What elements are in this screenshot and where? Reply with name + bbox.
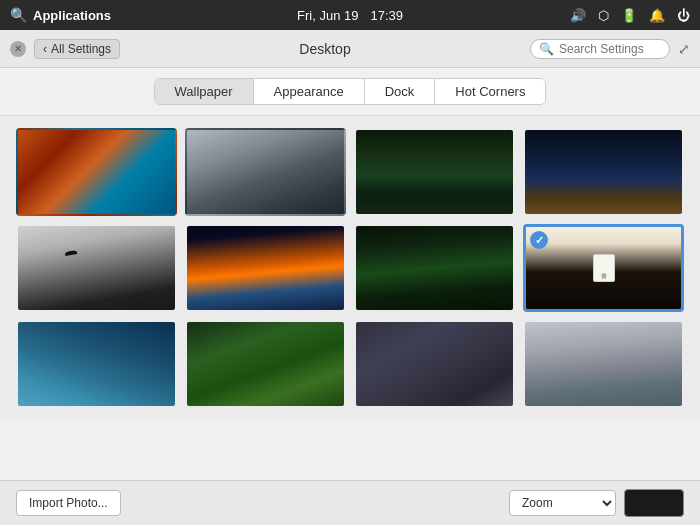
search-input[interactable]: [559, 42, 661, 56]
power-icon[interactable]: ⏻: [677, 8, 690, 23]
expand-icon[interactable]: ⤢: [678, 41, 690, 57]
bottom-bar: Import Photo... Zoom Fill Screen Fit to …: [0, 480, 700, 525]
tab-hot-corners[interactable]: Hot Corners: [435, 79, 545, 104]
tab-dock[interactable]: Dock: [365, 79, 436, 104]
wallpaper-item[interactable]: [185, 320, 346, 408]
selected-checkmark: ✓: [530, 231, 548, 249]
search-icon: 🔍: [539, 42, 554, 56]
wallpaper-item[interactable]: [354, 224, 515, 312]
main-content: Wallpaper Appearance Dock Hot Corners: [0, 68, 700, 525]
wallpaper-item[interactable]: [185, 128, 346, 216]
speaker-icon: 🔊: [570, 8, 586, 23]
app-label: Applications: [33, 8, 111, 23]
system-top-bar: 🔍 Applications Fri, Jun 19 17:39 🔊 ⬡ 🔋 🔔…: [0, 0, 700, 30]
color-preview[interactable]: [624, 489, 684, 517]
import-photo-button[interactable]: Import Photo...: [16, 490, 121, 516]
wallpaper-item[interactable]: [185, 224, 346, 312]
tab-bar: Wallpaper Appearance Dock Hot Corners: [0, 68, 700, 116]
zoom-select[interactable]: Zoom Fill Screen Fit to Screen Stretch C…: [509, 490, 616, 516]
wallpaper-item[interactable]: [523, 320, 684, 408]
close-button[interactable]: ✕: [10, 41, 26, 57]
bottom-right: Zoom Fill Screen Fit to Screen Stretch C…: [509, 489, 684, 517]
search-box[interactable]: 🔍: [530, 39, 670, 59]
title-bar: ✕ ‹ All Settings Desktop 🔍 ⤢: [0, 30, 700, 68]
all-settings-button[interactable]: ‹ All Settings: [34, 39, 120, 59]
tab-appearance[interactable]: Appearance: [254, 79, 365, 104]
wallpaper-item[interactable]: [523, 128, 684, 216]
top-bar-right: 🔊 ⬡ 🔋 🔔 ⏻: [570, 8, 690, 23]
top-bar-left: 🔍 Applications: [10, 7, 111, 23]
battery-icon: 🔋: [621, 8, 637, 23]
window-title: Desktop: [120, 41, 530, 57]
bell-icon: 🔔: [649, 8, 665, 23]
date-label: Fri, Jun 19: [297, 8, 358, 23]
wallpaper-item[interactable]: [354, 128, 515, 216]
all-settings-label: All Settings: [51, 42, 111, 56]
tab-group: Wallpaper Appearance Dock Hot Corners: [154, 78, 547, 105]
wallpaper-item[interactable]: [16, 128, 177, 216]
bluetooth-icon: ⬡: [598, 8, 609, 23]
tab-wallpaper[interactable]: Wallpaper: [155, 79, 254, 104]
wallpaper-item[interactable]: [16, 224, 177, 312]
search-icon-top: 🔍: [10, 7, 27, 23]
time-label: 17:39: [370, 8, 403, 23]
top-bar-center: Fri, Jun 19 17:39: [297, 8, 403, 23]
chevron-left-icon: ‹: [43, 42, 47, 56]
wallpaper-item[interactable]: [354, 320, 515, 408]
wallpaper-item-selected[interactable]: ✓ 書: [523, 224, 684, 312]
wallpaper-item[interactable]: [16, 320, 177, 408]
wallpaper-grid: ✓ 書: [0, 116, 700, 420]
settings-window: ✕ ‹ All Settings Desktop 🔍 ⤢ Wallpaper A…: [0, 30, 700, 525]
